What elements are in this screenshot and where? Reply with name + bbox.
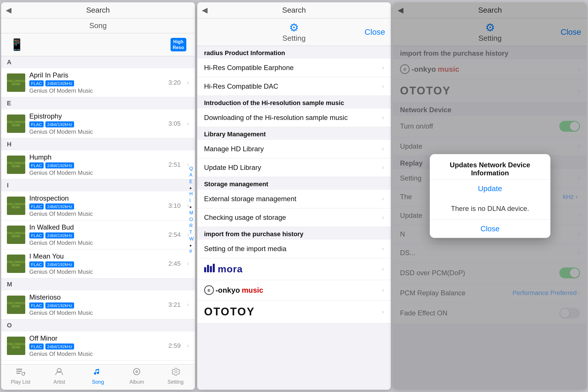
- song-artwork-imeanyou: THELONIOUSMONK: [7, 255, 25, 273]
- section-header-m: M: [1, 278, 195, 290]
- song-title-april: April In Paris: [29, 71, 165, 79]
- song-artwork-humph: THELONIOUSMONK: [7, 156, 25, 174]
- section-import-header: import from the purchase history: [197, 227, 391, 240]
- tab-song-label: Song: [92, 379, 104, 385]
- chevron-eonkyo: ›: [382, 286, 384, 294]
- song-item-offminor[interactable]: THELONIOUSMONK Off Minor FLAC 24bit/192k…: [1, 331, 195, 360]
- song-info-introspection: Introspection FLAC 24bit/192kHz Genius O…: [29, 194, 165, 217]
- song-album-misterioso: Genius Of Modern Music: [29, 310, 165, 316]
- song-duration-offminor: 2:59: [169, 342, 181, 350]
- settings-item-manage-hd[interactable]: Manage HD Library ›: [197, 140, 391, 158]
- song-title-humph: Humph: [29, 153, 165, 161]
- song-tags-introspection: FLAC 24bit/192kHz: [29, 203, 165, 209]
- settings-item-external-storage[interactable]: External storage management ›: [197, 190, 391, 208]
- modal-close-button[interactable]: Close: [430, 220, 550, 238]
- modal-overlay: Updates Network Device Information Updat…: [393, 2, 587, 390]
- earphone-label: Hi-Res Compatible Earphone: [204, 64, 379, 72]
- tab-album[interactable]: Album: [117, 367, 156, 385]
- chevron-introspection: ›: [187, 202, 189, 209]
- tab-artist[interactable]: Artist: [40, 367, 79, 385]
- modal-message: There is no DLNA device.: [430, 198, 550, 220]
- song-item-epistrophy[interactable]: THELONIOUSMONK Epistrophy FLAC 24bit/192…: [1, 109, 195, 138]
- tag-flac-april: FLAC: [29, 80, 44, 86]
- song-album-inwalkedbud: Genius Of Modern Music: [29, 240, 165, 246]
- modal-update-button[interactable]: Update: [430, 179, 550, 198]
- search-label-panel2: Search: [282, 6, 306, 15]
- song-artwork-inwalkedbud: THELONIOUSMONK: [7, 226, 25, 244]
- settings-title-area: ⚙ Setting Close: [197, 18, 391, 46]
- song-info-humph: Humph FLAC 24bit/192kHz Genius Of Modern…: [29, 153, 165, 176]
- song-item-misterioso[interactable]: THELONIOUSMONK Misterioso FLAC 24bit/192…: [1, 290, 195, 319]
- tab-playlist[interactable]: Play List: [1, 367, 40, 385]
- song-duration-april: 3:20: [169, 79, 181, 86]
- album-icon: [132, 367, 141, 378]
- hires-badge: HighReso: [171, 38, 186, 51]
- song-title-inwalkedbud: In Walked Bud: [29, 223, 165, 231]
- song-duration-inwalkedbud: 2:54: [169, 231, 181, 238]
- tab-setting-label: Setting: [167, 379, 183, 385]
- tag-flac-epistrophy: FLAC: [29, 121, 44, 127]
- chevron-mora: ›: [382, 265, 384, 273]
- svg-point-8: [175, 370, 177, 373]
- close-button-panel2[interactable]: Close: [365, 28, 385, 37]
- phone-icon: 📱: [10, 38, 24, 51]
- section-library-header: Library Management: [197, 127, 391, 140]
- song-info-inwalkedbud: In Walked Bud FLAC 24bit/192kHz Genius O…: [29, 223, 165, 246]
- settings-item-check-storage[interactable]: Checking usage of storage ›: [197, 208, 391, 227]
- settings-item-update-hd[interactable]: Update HD Library ›: [197, 158, 391, 177]
- song-artwork-offminor: THELONIOUSMONK: [7, 337, 25, 355]
- section-intro-header: Introduction of the Hi-resolution sample…: [197, 96, 391, 108]
- tab-song[interactable]: Song: [79, 367, 117, 385]
- download-label: Downloading of the Hi-resolution sample …: [204, 114, 379, 122]
- tag-hires-imeanyou: 24bit/192kHz: [45, 261, 74, 267]
- chevron-dac: ›: [382, 83, 384, 90]
- tag-flac-misterioso: FLAC: [29, 302, 44, 308]
- update-hd-label: Update HD Library: [204, 164, 379, 172]
- tag-hires-epistrophy: 24bit/192kHz: [45, 121, 74, 127]
- svg-rect-0: [16, 369, 22, 370]
- check-storage-label: Checking usage of storage: [204, 214, 379, 222]
- song-tags-april: FLAC 24bit/192kHz: [29, 80, 165, 86]
- alpha-index[interactable]: Q A E ● H I ● M O R T W ● #: [189, 166, 194, 255]
- song-album-introspection: Genius Of Modern Music: [29, 211, 165, 217]
- settings-item-mora[interactable]: mora ›: [197, 258, 391, 280]
- tab-album-label: Album: [129, 379, 144, 385]
- tag-hires-misterioso: 24bit/192kHz: [45, 302, 74, 308]
- song-section-title: Song: [89, 21, 107, 30]
- settings-item-ototoy[interactable]: OTOTOY ›: [197, 300, 391, 323]
- settings-item-earphone[interactable]: Hi-Res Compatible Earphone ›: [197, 59, 391, 77]
- song-artwork-april: THELONIOUSMONK: [7, 73, 25, 92]
- song-title-bar: Song: [1, 18, 195, 33]
- search-bar-panel1[interactable]: ◀ Search: [1, 2, 195, 18]
- settings-item-download[interactable]: Downloading of the Hi-resolution sample …: [197, 108, 391, 127]
- playlist-icon: [16, 367, 25, 378]
- section-radius-header: radius Product Information: [197, 46, 391, 59]
- song-item-introspection[interactable]: THELONIOUSMONK Introspection FLAC 24bit/…: [1, 191, 195, 220]
- chevron-inwalkedbud: ›: [187, 231, 189, 238]
- song-duration-epistrophy: 3:05: [169, 120, 181, 127]
- chevron-offminor: ›: [187, 342, 189, 350]
- song-item-imeanyou[interactable]: THELONIOUSMONK I Mean You FLAC 24bit/192…: [1, 249, 195, 278]
- setting-icon: [171, 367, 180, 378]
- song-item-april[interactable]: THELONIOUSMONK April In Paris FLAC 24bit…: [1, 68, 195, 97]
- settings-item-import-media[interactable]: Setting of the import media ›: [197, 240, 391, 258]
- tag-hires-april: 24bit/192kHz: [45, 80, 74, 86]
- chevron-earphone: ›: [382, 64, 384, 71]
- tab-setting[interactable]: Setting: [156, 367, 195, 385]
- song-info-imeanyou: I Mean You FLAC 24bit/192kHz Genius Of M…: [29, 252, 165, 275]
- dac-label: Hi-Res Compatible DAC: [204, 82, 379, 90]
- song-item-humph[interactable]: THELONIOUSMONK Humph FLAC 24bit/192kHz G…: [1, 150, 195, 179]
- tag-flac-inwalkedbud: FLAC: [29, 232, 44, 238]
- back-arrow-icon-panel1: ◀: [6, 6, 11, 15]
- svg-point-7: [136, 371, 138, 372]
- chevron-imeanyou: ›: [187, 260, 189, 267]
- settings-item-eonkyo[interactable]: e -onkyo music ›: [197, 280, 391, 300]
- song-info-epistrophy: Epistrophy FLAC 24bit/192kHz Genius Of M…: [29, 112, 165, 135]
- section-storage-header: Storage management: [197, 177, 391, 190]
- settings-item-dac[interactable]: Hi-Res Compatible DAC ›: [197, 77, 391, 96]
- song-item-inwalkedbud[interactable]: THELONIOUSMONK In Walked Bud FLAC 24bit/…: [1, 220, 195, 249]
- song-artwork-introspection: THELONIOUSMONK: [7, 197, 25, 215]
- modal-dlna: Updates Network Device Information Updat…: [430, 154, 550, 238]
- song-info-misterioso: Misterioso FLAC 24bit/192kHz Genius Of M…: [29, 293, 165, 316]
- tag-flac-humph: FLAC: [29, 162, 44, 168]
